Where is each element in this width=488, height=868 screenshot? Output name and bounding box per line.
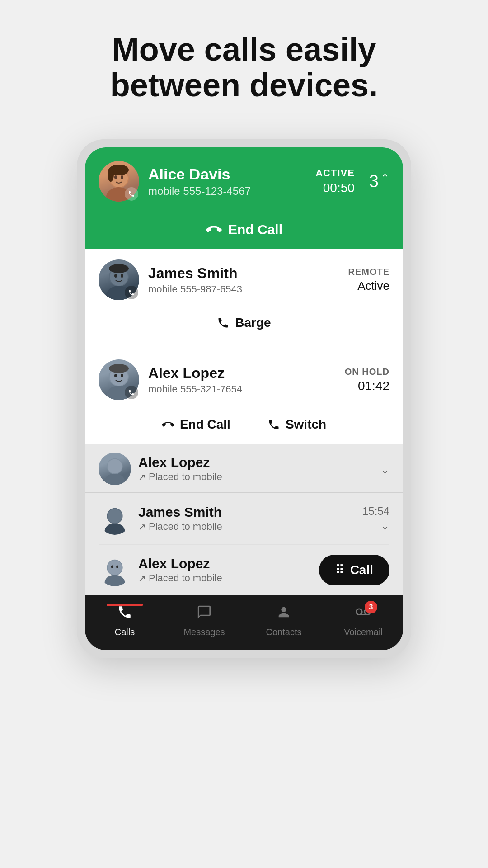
svg-point-27: [108, 561, 122, 575]
svg-point-10: [114, 274, 117, 278]
contacts-nav-icon: [276, 604, 291, 623]
phone-screen: Alice Davis mobile 555-123-4567 ACTIVE 0…: [85, 147, 403, 650]
keypad-icon: ⠿: [335, 563, 344, 577]
voicemail-badge: 3: [365, 601, 377, 613]
history-item-1-info: James Smith ↗ Placed to mobile: [138, 505, 355, 533]
history-item-0-info: Alex Lopez ↗ Placed to mobile: [138, 455, 373, 483]
active-call-section: Alice Davis mobile 555-123-4567 ACTIVE 0…: [85, 147, 403, 249]
james-avatar-wrap: [99, 259, 139, 300]
history-item-2: Alex Lopez ↗ Placed to mobile ⠿ Call: [85, 545, 403, 595]
history-alex2-avatar-wrap: [99, 554, 131, 586]
history-item-1: James Smith ↗ Placed to mobile 15:54 ⌄: [85, 493, 403, 544]
barge-action-row: Barge: [99, 308, 389, 341]
svg-point-29: [116, 566, 118, 568]
switch-phone-icon: [267, 418, 280, 431]
history-alex-avatar-wrap: [99, 453, 131, 485]
nav-item-calls[interactable]: Calls: [85, 604, 164, 637]
call-count: 3 ⌃: [369, 172, 389, 191]
barge-phone-icon: [217, 316, 230, 329]
svg-point-16: [114, 374, 117, 377]
svg-point-12: [109, 264, 129, 273]
on-hold-end-call-button[interactable]: End Call: [148, 417, 244, 432]
bottom-navigation: Calls Messages Contacts: [85, 595, 403, 650]
svg-point-23: [105, 524, 125, 535]
james-status: REMOTE Active: [326, 267, 389, 293]
svg-point-11: [121, 274, 123, 278]
history-james-avatar-wrap: [99, 502, 131, 535]
end-call-phone-icon: [162, 418, 174, 431]
svg-point-17: [121, 374, 123, 377]
action-divider: [249, 415, 249, 434]
placed-arrow-icon-1: ↗: [138, 521, 146, 532]
history-item-0-right: ⌄: [380, 462, 389, 476]
barge-button[interactable]: Barge: [203, 316, 284, 330]
svg-point-3: [114, 175, 117, 179]
history-item-1-right: 15:54 ⌄: [362, 505, 389, 532]
alice-avatar-wrap: [99, 161, 139, 202]
phone-frame: Alice Davis mobile 555-123-4567 ACTIVE 0…: [77, 139, 411, 658]
messages-nav-icon: [197, 604, 212, 623]
alice-status: ACTIVE 00:50: [291, 167, 355, 195]
history-item-0: Alex Lopez ↗ Placed to mobile ⌄: [85, 444, 403, 493]
alice-phone-badge: [125, 187, 138, 201]
svg-point-21: [108, 459, 122, 474]
voicemail-nav-icon: 3: [356, 604, 371, 623]
history-alex-avatar: [99, 453, 131, 485]
alex-avatar-wrap: [99, 359, 139, 400]
end-call-icon: [206, 222, 222, 238]
svg-point-6: [108, 167, 114, 182]
svg-point-4: [121, 175, 123, 179]
headline: Move calls easily between devices.: [74, 32, 414, 103]
chevron-down-icon-0[interactable]: ⌄: [380, 463, 389, 476]
call-button[interactable]: ⠿ Call: [319, 555, 389, 585]
placed-arrow-icon-2: ↗: [138, 573, 146, 584]
alex-call-info: Alex Lopez mobile 555-321-7654: [148, 365, 317, 395]
history-alex2-avatar: [99, 554, 131, 586]
call-history-section: Alex Lopez ↗ Placed to mobile ⌄: [85, 444, 403, 595]
alex-status: ON HOLD 01:42: [326, 367, 389, 393]
calls-nav-icon: [117, 604, 132, 623]
svg-point-26: [105, 575, 125, 587]
on-hold-call-section: Alex Lopez mobile 555-321-7654 ON HOLD 0…: [85, 341, 403, 444]
alice-call-info: Alice Davis mobile 555-123-4567: [148, 165, 282, 198]
remote-call-section: James Smith mobile 555-987-6543 REMOTE A…: [85, 249, 403, 341]
james-call-info: James Smith mobile 555-987-6543: [148, 265, 317, 295]
history-item-2-info: Alex Lopez ↗ Placed to mobile: [138, 556, 312, 584]
chevron-down-icon-1[interactable]: ⌄: [380, 519, 389, 532]
svg-point-24: [108, 509, 122, 524]
history-james-avatar: [99, 502, 131, 535]
active-end-call-button[interactable]: End Call: [99, 212, 389, 249]
svg-point-18: [109, 364, 129, 373]
on-hold-actions: End Call Switch: [99, 408, 389, 444]
svg-point-28: [111, 566, 113, 568]
svg-point-20: [105, 474, 125, 486]
alex-phone-badge: [125, 386, 138, 399]
switch-button[interactable]: Switch: [254, 417, 340, 432]
nav-item-voicemail[interactable]: 3 Voicemail: [324, 604, 403, 637]
james-phone-badge: [125, 286, 138, 299]
chevron-up-icon: ⌃: [380, 172, 389, 184]
placed-arrow-icon: ↗: [138, 472, 146, 482]
nav-item-messages[interactable]: Messages: [164, 604, 244, 637]
nav-item-contacts[interactable]: Contacts: [244, 604, 324, 637]
